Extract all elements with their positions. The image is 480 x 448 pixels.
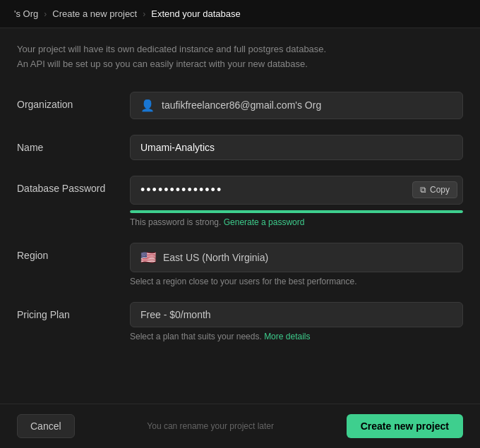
region-value: East US (North Virginia)	[163, 252, 268, 263]
breadcrumb-create[interactable]: Create a new project	[52, 8, 137, 19]
password-strength-bar-container	[130, 210, 463, 213]
region-row: Region 🇺🇸 East US (North Virginia) Selec…	[17, 243, 463, 286]
footer: Cancel You can rename your project later…	[0, 404, 480, 448]
user-icon: 👤	[140, 99, 155, 112]
pricing-control: Free - $0/month Select a plan that suits…	[130, 302, 463, 341]
organization-field[interactable]: 👤 taufikfreelancer86@gmail.com's Org	[130, 92, 463, 119]
breadcrumb: 's Org › Create a new project › Extend y…	[0, 0, 480, 28]
breadcrumb-sep-1: ›	[44, 9, 47, 19]
organization-row: Organization 👤 taufikfreelancer86@gmail.…	[17, 92, 463, 119]
name-row: Name	[17, 135, 463, 160]
region-label: Region	[17, 243, 130, 261]
description-line1: Your project will have its own dedicated…	[17, 42, 463, 57]
main-content: Your project will have its own dedicated…	[0, 28, 480, 413]
pricing-hint: Select a plan that suits your needs. Mor…	[130, 332, 463, 341]
description: Your project will have its own dedicated…	[17, 42, 463, 72]
more-details-link[interactable]: More details	[264, 332, 310, 341]
password-label: Database Password	[17, 176, 130, 194]
organization-control: 👤 taufikfreelancer86@gmail.com's Org	[130, 92, 463, 119]
password-wrapper: ⧉ Copy	[130, 176, 463, 205]
cancel-button[interactable]: Cancel	[17, 414, 75, 438]
copy-label: Copy	[430, 185, 450, 195]
pricing-label: Pricing Plan	[17, 302, 130, 320]
pricing-value: Free - $0/month	[140, 309, 211, 320]
password-control: ⧉ Copy This password is strong. Generate…	[130, 176, 463, 227]
generate-password-link[interactable]: Generate a password	[224, 217, 305, 227]
breadcrumb-extend: Extend your database	[151, 8, 240, 19]
name-input[interactable]	[130, 135, 463, 160]
password-hint: This password is strong. Generate a pass…	[130, 217, 463, 227]
region-hint: Select a region close to your users for …	[130, 277, 463, 286]
footer-hint: You can rename your project later	[147, 421, 274, 431]
us-flag-icon: 🇺🇸	[140, 250, 156, 265]
pricing-row: Pricing Plan Free - $0/month Select a pl…	[17, 302, 463, 341]
password-row: Database Password ⧉ Copy This password i…	[17, 176, 463, 227]
region-field[interactable]: 🇺🇸 East US (North Virginia)	[130, 243, 463, 272]
breadcrumb-org[interactable]: 's Org	[14, 8, 38, 19]
name-control	[130, 135, 463, 160]
name-label: Name	[17, 135, 130, 153]
password-strength-fill	[130, 210, 463, 213]
region-control: 🇺🇸 East US (North Virginia) Select a reg…	[130, 243, 463, 286]
organization-label: Organization	[17, 92, 130, 110]
organization-value: taufikfreelancer86@gmail.com's Org	[162, 99, 321, 111]
breadcrumb-sep-2: ›	[143, 9, 145, 19]
pricing-field[interactable]: Free - $0/month	[130, 302, 463, 327]
description-line2: An API will be set up so you can easily …	[17, 57, 463, 72]
create-project-button[interactable]: Create new project	[347, 414, 463, 438]
copy-button[interactable]: ⧉ Copy	[412, 181, 457, 198]
copy-icon: ⧉	[420, 185, 426, 195]
